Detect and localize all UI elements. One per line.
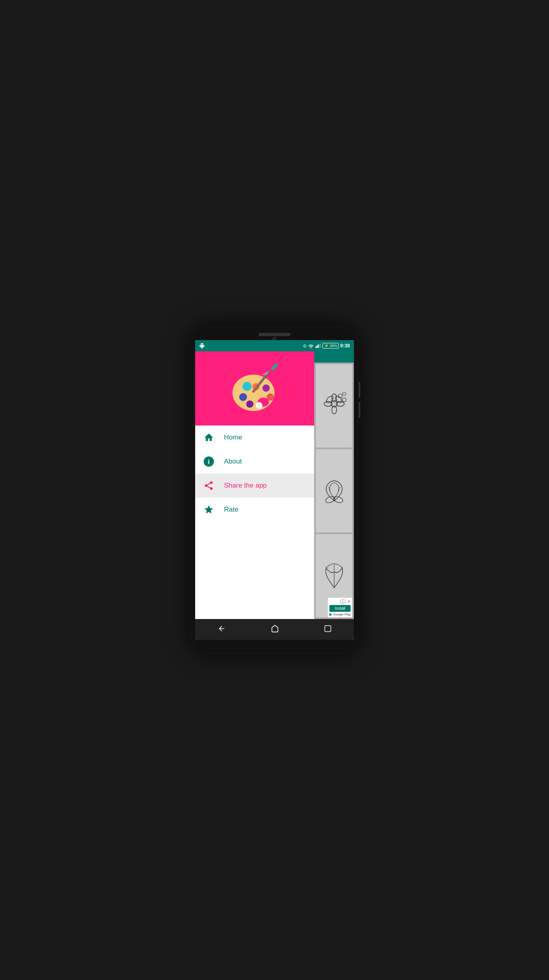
speaker [258,333,291,336]
home-button[interactable] [264,621,285,638]
menu-label-home: Home [224,434,242,442]
screen-content: Home i About [195,351,354,619]
share-icon [203,480,214,491]
svg-point-31 [334,395,343,404]
gplay-label: Google Play [333,613,351,616]
svg-point-15 [270,362,279,371]
info-icon: i [203,456,214,467]
svg-line-23 [207,486,210,488]
ad-install-button[interactable]: Install [329,605,351,612]
menu-label-about: About [224,458,242,466]
background-content: ℹ ✕ Install Google Play [314,351,354,619]
status-time: 9:38 [340,343,350,349]
ad-container: ℹ ✕ Install Google Play [328,598,352,617]
drawer-header [195,351,314,425]
svg-rect-4 [320,344,321,348]
menu-item-home[interactable]: Home [195,425,314,450]
ad-controls: ℹ ✕ [329,599,351,604]
wifi-icon [308,343,314,348]
navigation-drawer: Home i About [195,351,314,619]
svg-rect-3 [319,344,320,348]
svg-point-34 [343,392,346,395]
grid-cell-2 [316,449,352,532]
menu-item-about[interactable]: i About [195,450,314,474]
ad-close-button[interactable]: ✕ [347,599,351,604]
grid-cell-1 [316,364,352,448]
svg-point-13 [266,393,274,400]
svg-point-21 [205,484,208,487]
menu-item-share[interactable]: Share the app [195,474,314,498]
android-icon [199,343,205,349]
star-icon [203,504,214,515]
status-bar: ⊘ ⚡ 30% 9:38 [195,340,354,351]
svg-point-12 [262,384,269,391]
recents-button[interactable] [318,622,338,637]
svg-point-33 [342,398,346,402]
coloring-grid: ℹ ✕ Install Google Play [314,363,354,619]
svg-point-5 [232,375,274,411]
back-button[interactable] [211,621,232,638]
svg-point-10 [256,402,262,409]
bottom-navigation [195,619,354,640]
app-toolbar [314,351,354,363]
battery-indicator: ⚡ 30% [323,343,339,349]
app-logo [227,361,283,417]
menu-label-rate: Rate [224,506,238,514]
ad-google-play: Google Play [329,613,351,616]
svg-rect-2 [318,345,319,348]
volume-up-button[interactable] [359,382,360,398]
volume-down-button[interactable] [359,402,360,418]
svg-point-9 [246,400,253,407]
menu-label-share: Share the app [224,482,267,490]
rose-image [318,475,350,507]
no-signal-icon: ⊘ [303,343,307,349]
status-bar-left [199,343,303,349]
flower-image-1 [318,390,350,422]
gplay-triangle-icon [329,613,332,616]
svg-rect-37 [325,625,331,631]
home-icon [203,432,214,443]
lily-image [318,560,350,592]
svg-point-20 [210,481,213,484]
svg-rect-1 [317,345,317,348]
phone-device: ⊘ ⚡ 30% 9:38 [190,326,359,654]
grid-cell-3: ℹ ✕ Install Google Play [316,534,352,617]
svg-line-24 [207,483,210,485]
svg-text:i: i [208,458,210,465]
status-bar-right: ⊘ ⚡ 30% 9:38 [303,343,350,349]
svg-rect-0 [315,347,316,348]
ad-info-button[interactable]: ℹ [340,599,345,604]
phone-screen: ⊘ ⚡ 30% 9:38 [195,340,354,640]
signal-icon [315,343,321,348]
menu-list: Home i About [195,425,314,619]
menu-item-rate[interactable]: Rate [195,498,314,522]
svg-point-7 [242,382,251,391]
svg-point-8 [239,393,247,401]
svg-point-22 [210,487,213,490]
svg-point-30 [325,395,334,404]
